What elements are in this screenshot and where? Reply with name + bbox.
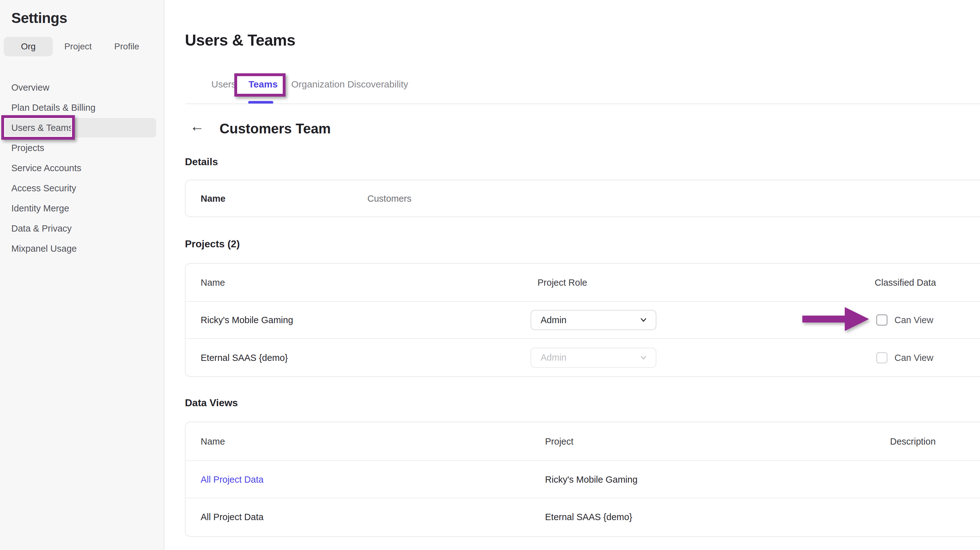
settings-sidebar: Settings Org Project Profile Overview Pl… xyxy=(0,0,164,550)
sidebar-item-projects[interactable]: Projects xyxy=(0,138,164,158)
back-arrow-icon[interactable]: ← xyxy=(190,119,204,134)
details-card: Name Customers xyxy=(185,180,980,217)
projects-heading: Projects (2) xyxy=(185,238,240,250)
data-view-project: Ricky's Mobile Gaming xyxy=(545,474,638,485)
dropdown-value: Admin xyxy=(541,352,566,363)
can-view-label: Can View xyxy=(894,315,934,325)
sidebar-item-overview[interactable]: Overview xyxy=(0,77,164,97)
projects-col-role: Project Role xyxy=(538,277,587,288)
data-views-col-description: Description xyxy=(890,436,935,446)
projects-col-name: Name xyxy=(200,277,225,288)
details-name-label: Name xyxy=(200,193,226,204)
data-view-name-link[interactable]: All Project Data xyxy=(200,474,264,485)
projects-col-classified: Classified Data xyxy=(875,277,936,288)
data-views-heading: Data Views xyxy=(185,397,238,409)
project-role-dropdown[interactable]: Admin xyxy=(531,310,656,330)
sidebar-item-service-accounts[interactable]: Service Accounts xyxy=(0,158,164,178)
scope-tab-profile[interactable]: Profile xyxy=(103,37,150,56)
data-views-header-row: Name Project Description xyxy=(186,422,980,460)
table-row: All Project Data Ricky's Mobile Gaming xyxy=(186,460,980,498)
table-row: Eternal SAAS {demo} Admin Can View xyxy=(186,338,980,376)
sidebar-menu: Overview Plan Details & Billing Users & … xyxy=(0,77,164,259)
sidebar-item-identity-merge[interactable]: Identity Merge xyxy=(0,198,164,218)
sidebar-item-users-teams[interactable]: Users & Teams xyxy=(0,118,164,138)
page-title: Users & Teams xyxy=(185,31,295,49)
data-views-table: Name Project Description All Project Dat… xyxy=(185,422,980,537)
table-row: Ricky's Mobile Gaming Admin Can View xyxy=(186,301,980,338)
project-name: Ricky's Mobile Gaming xyxy=(200,315,293,325)
tabs-divider xyxy=(186,104,980,104)
sidebar-item-access-security[interactable]: Access Security xyxy=(0,178,164,198)
details-name-value: Customers xyxy=(368,193,411,204)
scope-tab-project[interactable]: Project xyxy=(53,37,103,56)
project-role-dropdown-disabled: Admin xyxy=(531,348,656,368)
data-view-project: Eternal SAAS {demo} xyxy=(545,512,632,522)
sidebar-title: Settings xyxy=(11,10,67,26)
details-heading: Details xyxy=(185,156,218,168)
dropdown-value: Admin xyxy=(541,315,566,325)
sidebar-item-plan-details-billing[interactable]: Plan Details & Billing xyxy=(0,97,164,118)
chevron-down-icon xyxy=(639,315,648,325)
tab-organization-discoverability[interactable]: Organization Discoverability xyxy=(291,79,408,90)
sidebar-item-mixpanel-usage[interactable]: Mixpanel Usage xyxy=(0,239,164,259)
can-view-label: Can View xyxy=(894,352,934,363)
table-row: All Project Data Eternal SAAS {demo} xyxy=(186,498,980,536)
can-view-checkbox[interactable] xyxy=(876,352,888,363)
details-name-row: Name Customers xyxy=(186,180,980,217)
sidebar-item-data-privacy[interactable]: Data & Privacy xyxy=(0,218,164,239)
scope-tab-org[interactable]: Org xyxy=(4,37,53,56)
data-view-name: All Project Data xyxy=(200,512,264,522)
can-view-checkbox[interactable] xyxy=(876,314,888,326)
data-views-col-name: Name xyxy=(200,436,225,446)
chevron-down-icon xyxy=(639,353,648,362)
team-title: Customers Team xyxy=(220,121,331,137)
sidebar-scope-tabs: Org Project Profile xyxy=(4,37,150,56)
projects-header-row: Name Project Role Classified Data xyxy=(186,264,980,301)
tab-users[interactable]: Users xyxy=(212,79,236,90)
tab-teams[interactable]: Teams xyxy=(248,79,278,90)
projects-table: Name Project Role Classified Data Ricky'… xyxy=(185,263,980,377)
data-views-col-project: Project xyxy=(545,436,573,446)
project-name: Eternal SAAS {demo} xyxy=(200,352,288,363)
